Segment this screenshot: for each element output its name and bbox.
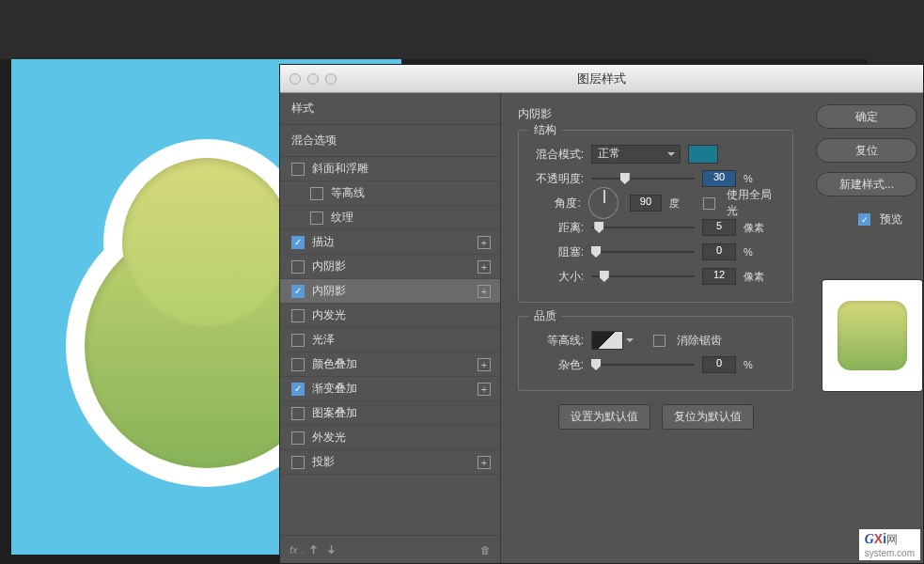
- style-label: 等高线: [331, 185, 365, 201]
- style-checkbox[interactable]: [291, 358, 305, 371]
- new-style-button[interactable]: 新建样式...: [816, 172, 917, 196]
- layer-style-dialog: 图层样式 样式 混合选项 斜面和浮雕等高线纹理描边+内阴影+内阴影+内发光光泽颜…: [279, 64, 924, 564]
- preview-checkbox[interactable]: [858, 213, 870, 226]
- trash-icon[interactable]: 🗑: [480, 544, 491, 556]
- style-label: 斜面和浮雕: [312, 161, 368, 177]
- choke-unit: %: [744, 246, 772, 258]
- styles-footer: fx . 🠅 🠇 🗑: [280, 535, 500, 563]
- noise-slider[interactable]: [591, 364, 695, 366]
- style-label: 内发光: [312, 307, 346, 323]
- style-item-10[interactable]: 图案叠加: [280, 401, 500, 426]
- opacity-slider[interactable]: [591, 178, 695, 180]
- choke-input[interactable]: 0: [702, 243, 736, 260]
- shadow-color-swatch[interactable]: [688, 145, 718, 164]
- style-label: 光泽: [312, 332, 335, 348]
- style-label: 纹理: [331, 210, 353, 226]
- style-checkbox[interactable]: [310, 212, 323, 225]
- add-instance-icon[interactable]: +: [478, 383, 491, 396]
- add-instance-icon[interactable]: +: [478, 285, 491, 298]
- global-light-checkbox[interactable]: [703, 197, 714, 210]
- add-instance-icon[interactable]: +: [478, 260, 491, 274]
- fx-icon[interactable]: fx: [290, 544, 298, 556]
- arrow-down-icon[interactable]: 🠇: [326, 544, 337, 556]
- make-default-button[interactable]: 设置为默认值: [558, 404, 650, 430]
- style-checkbox[interactable]: [291, 334, 305, 347]
- add-instance-icon[interactable]: +: [478, 358, 491, 371]
- size-slider[interactable]: [591, 275, 695, 277]
- style-item-4[interactable]: 内阴影+: [280, 255, 500, 279]
- add-instance-icon[interactable]: +: [478, 236, 491, 249]
- zoom-icon[interactable]: [325, 73, 337, 85]
- right-button-column: 确定 复位 新建样式... 预览: [810, 104, 923, 227]
- style-checkbox[interactable]: [291, 456, 305, 469]
- style-item-9[interactable]: 渐变叠加+: [280, 377, 500, 401]
- structure-legend: 结构: [528, 122, 562, 138]
- style-checkbox[interactable]: [291, 431, 305, 445]
- style-item-3[interactable]: 描边+: [280, 230, 500, 255]
- antialias-checkbox[interactable]: [653, 335, 666, 347]
- chevron-down-icon: .: [302, 544, 305, 556]
- style-item-7[interactable]: 光泽: [280, 328, 500, 352]
- dialog-titlebar[interactable]: 图层样式: [280, 65, 923, 93]
- style-item-6[interactable]: 内发光: [280, 304, 500, 328]
- blend-mode-label: 混合模式:: [532, 147, 584, 163]
- styles-list-panel: 样式 混合选项 斜面和浮雕等高线纹理描边+内阴影+内阴影+内发光光泽颜色叠加+渐…: [280, 93, 501, 563]
- style-item-11[interactable]: 外发光: [280, 426, 500, 450]
- style-checkbox[interactable]: [291, 309, 305, 322]
- add-instance-icon[interactable]: +: [478, 456, 491, 469]
- style-checkbox[interactable]: [291, 407, 305, 420]
- size-label: 大小:: [532, 269, 584, 285]
- distance-slider[interactable]: [591, 227, 695, 228]
- angle-input[interactable]: 90: [630, 195, 662, 212]
- ok-button[interactable]: 确定: [816, 104, 917, 129]
- global-light-label: 使用全局光: [727, 187, 779, 219]
- contour-label: 等高线:: [532, 333, 584, 349]
- style-item-5[interactable]: 内阴影+: [280, 279, 500, 304]
- opacity-label: 不透明度:: [532, 171, 584, 187]
- style-label: 描边: [312, 234, 335, 250]
- style-label: 内阴影: [312, 258, 346, 274]
- style-item-2[interactable]: 纹理: [280, 206, 500, 230]
- style-label: 外发光: [312, 430, 346, 446]
- reset-default-button[interactable]: 复位为默认值: [662, 404, 754, 430]
- distance-label: 距离:: [532, 220, 584, 236]
- blend-options-header[interactable]: 混合选项: [280, 125, 500, 157]
- contour-picker[interactable]: [591, 331, 623, 350]
- style-checkbox[interactable]: [291, 383, 305, 396]
- style-checkbox[interactable]: [291, 260, 305, 274]
- choke-label: 阻塞:: [532, 244, 584, 260]
- angle-unit: 度: [669, 196, 696, 211]
- preview-label: 预览: [880, 212, 902, 227]
- size-input[interactable]: 12: [702, 268, 736, 285]
- minimize-icon[interactable]: [307, 73, 319, 85]
- size-unit: 像素: [744, 270, 772, 284]
- blend-mode-select[interactable]: 正常: [591, 145, 681, 164]
- style-item-8[interactable]: 颜色叠加+: [280, 352, 500, 377]
- preview-thumbnail: [822, 279, 923, 392]
- quality-fieldset: 品质 等高线: 消除锯齿 杂色: 0 %: [518, 316, 793, 391]
- close-icon[interactable]: [290, 73, 301, 85]
- style-checkbox[interactable]: [291, 236, 305, 249]
- angle-dial[interactable]: [588, 187, 619, 219]
- reset-button[interactable]: 复位: [816, 138, 917, 163]
- quality-legend: 品质: [528, 308, 562, 324]
- style-item-0[interactable]: 斜面和浮雕: [280, 157, 500, 181]
- dialog-title: 图层样式: [280, 70, 923, 87]
- opacity-input[interactable]: 30: [702, 170, 736, 187]
- antialias-label: 消除锯齿: [677, 333, 722, 349]
- styles-header[interactable]: 样式: [280, 93, 500, 125]
- structure-fieldset: 结构 混合模式: 正常 不透明度: 30 % 角度: 90 度 使用全局光: [518, 130, 793, 303]
- style-item-1[interactable]: 等高线: [280, 181, 500, 206]
- watermark: GXi网 system.com: [859, 529, 920, 560]
- distance-input[interactable]: 5: [702, 219, 736, 236]
- style-checkbox[interactable]: [291, 163, 305, 176]
- settings-panel: 内阴影 结构 混合模式: 正常 不透明度: 30 % 角度: 90 度 使用全局…: [501, 93, 810, 563]
- arrow-up-icon[interactable]: 🠅: [308, 544, 319, 556]
- style-checkbox[interactable]: [291, 285, 305, 298]
- noise-input[interactable]: 0: [702, 356, 736, 373]
- style-label: 内阴影: [312, 283, 346, 299]
- noise-label: 杂色:: [532, 357, 584, 373]
- style-checkbox[interactable]: [310, 187, 323, 200]
- choke-slider[interactable]: [591, 251, 695, 253]
- style-item-12[interactable]: 投影+: [280, 450, 500, 475]
